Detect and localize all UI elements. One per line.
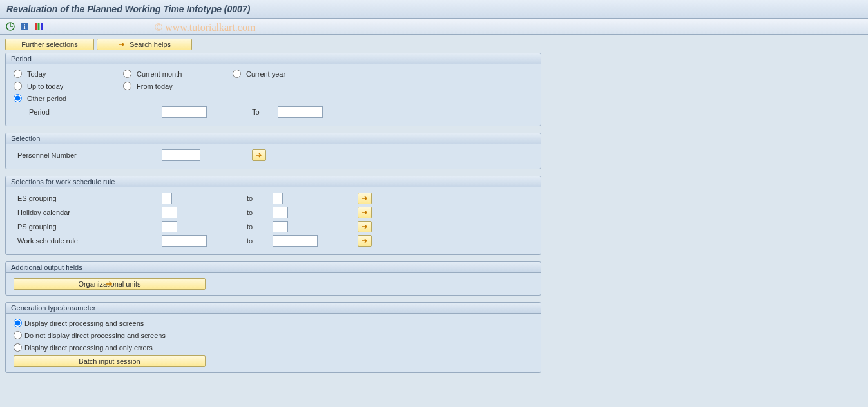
svg-text:i: i: [23, 23, 25, 30]
further-selections-button[interactable]: Further selections: [5, 39, 94, 50]
label-up-to-today: Up to today: [27, 82, 63, 90]
multiple-selection-button[interactable]: [252, 149, 266, 161]
svg-rect-5: [35, 23, 37, 30]
top-buttons: Further selections Search helps: [5, 39, 863, 50]
radio-from-today[interactable]: [123, 82, 131, 90]
arrow-right-icon: [361, 223, 369, 230]
hc-from-input[interactable]: [162, 207, 177, 218]
label-to: To: [252, 108, 278, 116]
label-display-direct: Display direct processing and screens: [24, 319, 144, 327]
group-header: Selection: [6, 133, 541, 144]
multiple-selection-button[interactable]: [358, 235, 372, 247]
selection-group: Selection Personnel Number: [5, 133, 541, 169]
radio-display-errors[interactable]: [14, 343, 22, 352]
radio-no-display-direct[interactable]: [14, 331, 22, 339]
label-personnel-number: Personnel Number: [14, 151, 162, 159]
radio-today[interactable]: [14, 70, 22, 78]
group-header: Generation type/parameter: [6, 303, 541, 314]
radio-current-year[interactable]: [233, 70, 241, 78]
label-to: to: [247, 237, 273, 245]
ws-rule-group: Selections for work schedule rule ES gro…: [5, 176, 541, 255]
title-bar: Revaluation of the Planned Working Time …: [0, 0, 868, 19]
generation-group: Generation type/parameter Display direct…: [5, 302, 541, 373]
radio-display-direct[interactable]: [14, 319, 22, 327]
hc-to-input[interactable]: [273, 207, 288, 218]
additional-output-group: Additional output fields Organizational …: [5, 261, 541, 296]
radio-current-month[interactable]: [123, 70, 131, 78]
arrow-right-icon: [118, 41, 126, 48]
label-current-month: Current month: [137, 70, 182, 78]
es-to-input[interactable]: [273, 193, 283, 204]
multiple-selection-button[interactable]: [358, 221, 372, 232]
label-work-schedule-rule: Work schedule rule: [14, 237, 162, 245]
multiple-selection-button[interactable]: [358, 193, 372, 204]
arrow-right-icon: [255, 152, 263, 158]
label-period: Period: [14, 108, 162, 116]
toolbar: i: [0, 19, 868, 35]
label-from-today: From today: [137, 82, 173, 90]
radio-up-to-today[interactable]: [14, 82, 22, 90]
button-label: Search helps: [130, 41, 171, 48]
main-content: Further selections Search helps Period T…: [0, 35, 868, 403]
svg-rect-6: [38, 23, 40, 30]
execute-icon[interactable]: [5, 21, 15, 32]
label-other-period: Other period: [27, 95, 66, 102]
label-to: to: [247, 209, 273, 216]
period-from-input[interactable]: [162, 106, 207, 118]
radio-other-period[interactable]: [14, 94, 22, 102]
organizational-units-button[interactable]: Organizational units: [14, 278, 206, 290]
label-ps-grouping: PS grouping: [14, 223, 162, 231]
ps-from-input[interactable]: [162, 221, 177, 232]
personnel-number-input[interactable]: [162, 149, 200, 161]
group-header: Selections for work schedule rule: [6, 176, 541, 187]
es-from-input[interactable]: [162, 193, 172, 204]
arrow-right-icon: [361, 238, 369, 244]
group-header: Additional output fields: [6, 262, 541, 273]
info-icon[interactable]: i: [19, 21, 30, 32]
page-title: Revaluation of the Planned Working Time …: [6, 4, 862, 14]
label-display-errors: Display direct processing and only error…: [24, 344, 153, 352]
arrow-right-icon: [106, 281, 113, 287]
svg-rect-7: [41, 23, 43, 30]
label-to: to: [247, 223, 273, 231]
search-helps-button[interactable]: Search helps: [97, 39, 192, 50]
multiple-selection-button[interactable]: [358, 207, 372, 218]
ps-to-input[interactable]: [273, 221, 288, 232]
wsr-from-input[interactable]: [162, 235, 207, 247]
label-to: to: [247, 194, 273, 202]
group-header: Period: [6, 53, 541, 64]
arrow-right-icon: [361, 209, 369, 216]
button-label: Further selections: [21, 41, 77, 48]
button-label: Batch input session: [79, 357, 140, 365]
label-current-year: Current year: [246, 70, 285, 78]
period-to-input[interactable]: [278, 106, 323, 118]
wsr-to-input[interactable]: [273, 235, 318, 247]
label-today: Today: [27, 70, 46, 78]
period-group: Period Today Current month Current year …: [5, 53, 541, 126]
arrow-right-icon: [361, 195, 369, 202]
label-no-display-direct: Do not display direct processing and scr…: [24, 332, 166, 339]
batch-input-session-button[interactable]: Batch input session: [14, 355, 206, 367]
label-holiday-calendar: Holiday calendar: [14, 209, 162, 216]
palette-icon[interactable]: [34, 21, 44, 32]
label-es-grouping: ES grouping: [14, 194, 162, 202]
